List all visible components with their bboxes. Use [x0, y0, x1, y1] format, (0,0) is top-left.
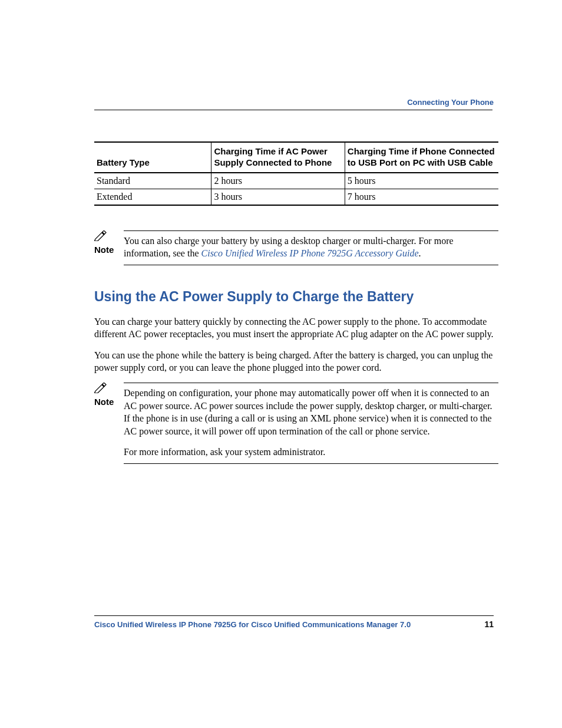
note-block-2: Note Depending on configuration, your ph…: [94, 383, 498, 464]
body-paragraph-1: You can charge your battery quickly by c…: [94, 315, 498, 341]
footer-page-number: 11: [484, 620, 494, 629]
note-label: Note: [94, 397, 114, 407]
section-heading: Using the AC Power Supply to Charge the …: [94, 289, 498, 305]
note-body: You can also charge your battery by usin…: [124, 230, 498, 265]
note-label-wrap: Note: [94, 383, 124, 407]
note-body: Depending on configuration, your phone m…: [124, 383, 498, 464]
note-label: Note: [94, 245, 114, 255]
charging-time-table: Battery Type Charging Time if AC Power S…: [94, 141, 498, 206]
note-text-p1: Depending on configuration, your phone m…: [124, 387, 498, 437]
table-cell: 7 hours: [345, 189, 498, 205]
note-label-wrap: Note: [94, 230, 124, 255]
body-paragraph-2: You can use the phone while the battery …: [94, 349, 498, 374]
note-block-1: Note You can also charge your battery by…: [94, 230, 498, 265]
content-area: Battery Type Charging Time if AC Power S…: [94, 141, 498, 464]
accessory-guide-link[interactable]: Cisco Unified Wireless IP Phone 7925G Ac…: [201, 248, 419, 258]
running-head-rule: [94, 110, 492, 110]
table-cell: 3 hours: [211, 189, 345, 205]
table-header-battery-type: Battery Type: [94, 142, 211, 173]
note-text-after: .: [419, 248, 421, 258]
pencil-icon: [94, 383, 124, 396]
table-row: Extended 3 hours 7 hours: [94, 189, 498, 205]
running-head: Connecting Your Phone: [407, 98, 494, 107]
table-header-ac-time: Charging Time if AC Power Supply Connect…: [211, 142, 345, 173]
table-cell: 2 hours: [211, 173, 345, 189]
table-row: Standard 2 hours 5 hours: [94, 173, 498, 189]
table-header-row: Battery Type Charging Time if AC Power S…: [94, 142, 498, 173]
table-cell: Standard: [94, 173, 211, 189]
footer-doc-title: Cisco Unified Wireless IP Phone 7925G fo…: [94, 620, 411, 629]
page-footer: Cisco Unified Wireless IP Phone 7925G fo…: [94, 615, 494, 629]
table-cell: Extended: [94, 189, 211, 205]
table-cell: 5 hours: [345, 173, 498, 189]
table-header-usb-time: Charging Time if Phone Connected to USB …: [345, 142, 498, 173]
note-text-p2: For more information, ask your system ad…: [124, 446, 498, 459]
pencil-icon: [94, 230, 124, 243]
page: Connecting Your Phone Battery Type Charg…: [0, 0, 562, 728]
note-text: You can also charge your battery by usin…: [124, 235, 498, 260]
